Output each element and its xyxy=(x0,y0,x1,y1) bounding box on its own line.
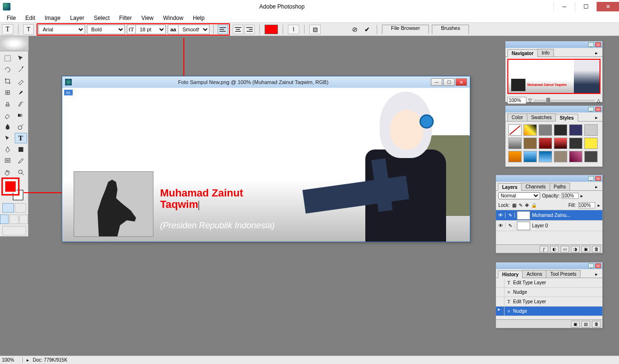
paths-tab[interactable]: Paths xyxy=(550,183,571,190)
healing-brush-tool[interactable] xyxy=(1,87,14,98)
style-swatch[interactable] xyxy=(584,138,598,149)
status-zoom[interactable]: 100% xyxy=(2,357,23,363)
color-picker[interactable] xyxy=(2,180,26,200)
navigator-tab[interactable]: Navigator xyxy=(507,49,538,57)
panel-close-button[interactable]: × xyxy=(595,42,601,47)
font-size-select[interactable]: 18 pt xyxy=(135,25,166,34)
doc-minimize-button[interactable]: ─ xyxy=(431,78,442,86)
style-swatch[interactable] xyxy=(569,124,582,136)
doc-maximize-button[interactable]: ☐ xyxy=(443,78,455,86)
style-swatch[interactable] xyxy=(554,124,567,136)
eraser-tool[interactable] xyxy=(1,110,14,121)
lock-transparent-icon[interactable]: ▦ xyxy=(512,203,516,208)
menu-edit[interactable]: Edit xyxy=(20,14,40,22)
history-panel[interactable]: _× History Actions Tool Presets ▸ TEdit … xyxy=(495,262,603,328)
history-row[interactable]: TEdit Type Layer xyxy=(496,297,602,307)
panel-menu-icon[interactable]: ▸ xyxy=(592,183,600,190)
align-left-button[interactable] xyxy=(218,25,228,34)
history-tab[interactable]: History xyxy=(498,271,523,278)
panel-minimize-button[interactable]: _ xyxy=(588,107,594,112)
styles-tab[interactable]: Styles xyxy=(555,114,578,121)
blend-mode-select[interactable]: Normal xyxy=(498,192,540,199)
menu-layer[interactable]: Layer xyxy=(65,14,89,22)
fill-flyout-icon[interactable]: ▸ xyxy=(598,203,600,208)
foreground-color[interactable] xyxy=(4,180,17,193)
document-window[interactable]: Foto Sampul New.png @ 100% (Muhamad Zain… xyxy=(62,76,470,242)
screen-standard-button[interactable] xyxy=(0,215,9,224)
channels-tab[interactable]: Channels xyxy=(521,183,550,190)
history-brush-tool[interactable] xyxy=(15,99,27,109)
panel-minimize-button[interactable]: _ xyxy=(588,42,594,47)
layers-tab[interactable]: Layers xyxy=(498,183,522,191)
layer-row[interactable]: 👁✎Layer 0 xyxy=(496,221,602,231)
navigator-zoom-slider[interactable] xyxy=(534,100,595,102)
opacity-flyout-icon[interactable]: ▸ xyxy=(581,193,583,198)
menu-select[interactable]: Select xyxy=(89,14,114,22)
character-palette-button[interactable]: ▤ xyxy=(309,25,321,34)
panel-menu-icon[interactable]: ▸ xyxy=(592,49,600,56)
panel-close-button[interactable]: × xyxy=(595,107,601,112)
brush-tool[interactable] xyxy=(15,87,27,98)
commit-edits-button[interactable]: ✔ xyxy=(362,25,372,34)
pen-tool[interactable] xyxy=(1,144,14,155)
cancel-edits-button[interactable]: ⊘ xyxy=(350,25,360,34)
style-swatch[interactable] xyxy=(584,124,598,136)
file-browser-tab[interactable]: File Browser xyxy=(382,25,429,34)
lock-position-icon[interactable]: ✥ xyxy=(525,203,529,208)
blur-tool[interactable] xyxy=(1,121,14,132)
color-tab[interactable]: Color xyxy=(507,113,527,121)
zoom-tool[interactable] xyxy=(15,167,27,177)
text-orientation-button[interactable]: T xyxy=(23,24,34,35)
layer-set-button[interactable]: ▭ xyxy=(561,246,569,252)
maximize-button[interactable]: ☐ xyxy=(575,2,596,11)
swatches-tab[interactable]: Swatches xyxy=(527,113,556,121)
font-family-select[interactable]: Arial xyxy=(38,25,85,34)
warp-text-button[interactable]: ⌇ xyxy=(288,25,299,34)
adjustment-layer-button[interactable]: ◑ xyxy=(571,246,580,252)
crop-tool[interactable] xyxy=(1,76,14,86)
align-center-button[interactable] xyxy=(233,25,243,34)
menu-image[interactable]: Image xyxy=(40,14,65,22)
text-layer-name[interactable]: Muhamad ZainutTaqwim xyxy=(160,187,243,210)
fill-input[interactable] xyxy=(578,202,595,208)
shape-tool[interactable] xyxy=(15,144,27,155)
screen-full-button[interactable] xyxy=(19,215,28,224)
style-swatch[interactable] xyxy=(539,151,552,162)
notes-tool[interactable] xyxy=(1,156,14,166)
navigator-zoom-input[interactable] xyxy=(507,97,526,104)
document-canvas[interactable]: 01 Muhamad ZainutTaqwim (Presiden Republ… xyxy=(62,88,470,242)
hand-tool[interactable] xyxy=(1,167,14,177)
style-swatch[interactable] xyxy=(584,151,598,162)
tool-presets-tab[interactable]: Tool Presets xyxy=(546,270,581,278)
screen-fullmenu-button[interactable] xyxy=(10,215,18,224)
menu-file[interactable]: File xyxy=(2,14,20,22)
menu-view[interactable]: View xyxy=(136,14,158,22)
zoom-in-icon[interactable]: △ xyxy=(597,98,600,103)
layers-panel[interactable]: _× Layers Channels Paths ▸ Normal Opacit… xyxy=(495,175,603,253)
lasso-tool[interactable] xyxy=(1,65,14,75)
menu-help[interactable]: Help xyxy=(188,14,210,22)
history-row[interactable]: TEdit Type Layer xyxy=(496,278,602,288)
minimize-button[interactable]: ─ xyxy=(553,2,575,11)
visibility-icon[interactable]: 👁 xyxy=(496,223,505,228)
style-swatch[interactable] xyxy=(524,138,537,149)
style-swatch[interactable] xyxy=(554,151,567,162)
style-swatch[interactable] xyxy=(539,138,552,149)
navigator-panel[interactable]: _× Navigator Info ▸ Muhamad Zainut Taqwi… xyxy=(505,41,603,103)
opacity-input[interactable] xyxy=(562,193,579,199)
doc-size-icon[interactable]: ▸ xyxy=(27,357,29,363)
delete-layer-button[interactable]: 🗑 xyxy=(592,246,600,252)
link-icon[interactable]: ✎ xyxy=(505,223,515,228)
panel-minimize-button[interactable]: _ xyxy=(588,176,594,181)
history-row[interactable]: ≡Nudge xyxy=(496,288,602,297)
standard-mode-button[interactable] xyxy=(2,203,14,213)
quickmask-mode-button[interactable] xyxy=(15,203,26,213)
layer-mask-button[interactable]: ◐ xyxy=(550,246,559,252)
clone-stamp-tool[interactable] xyxy=(1,99,14,109)
close-button[interactable]: ✕ xyxy=(596,2,619,11)
tool-preset-picker[interactable]: T xyxy=(2,24,13,35)
visibility-icon[interactable]: 👁 xyxy=(496,213,505,218)
layer-style-button[interactable]: ƒ xyxy=(540,246,548,252)
new-document-button[interactable]: ▣ xyxy=(571,321,580,327)
style-swatch[interactable] xyxy=(508,138,522,149)
